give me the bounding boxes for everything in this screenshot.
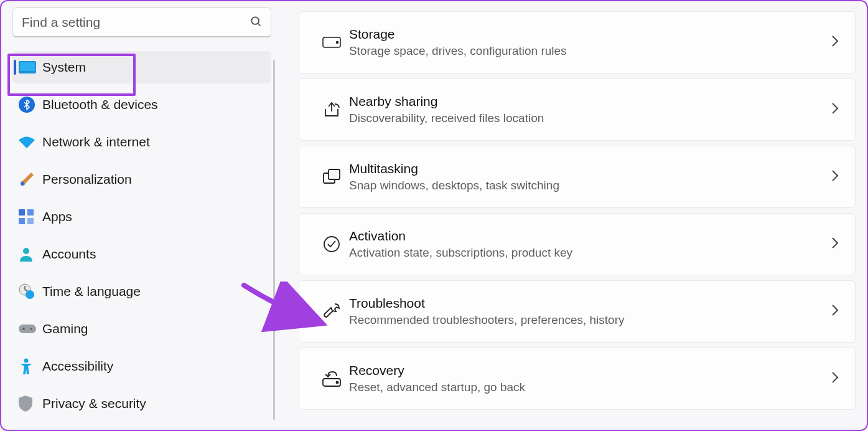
svg-rect-3 (20, 62, 35, 71)
multitask-icon (314, 168, 349, 186)
svg-point-11 (26, 290, 34, 299)
card-subtitle: Snap windows, desktops, task switching (349, 178, 831, 194)
chevron-right-icon (831, 371, 839, 386)
card-title: Storage (349, 26, 831, 43)
svg-rect-19 (329, 169, 340, 179)
svg-line-1 (258, 23, 261, 26)
brush-icon (19, 171, 42, 187)
card-subtitle: Recommended troubleshooters, preferences… (349, 312, 831, 328)
sidebar-item-network[interactable]: Network & internet (12, 126, 271, 158)
svg-point-15 (24, 359, 29, 363)
search-input[interactable] (22, 15, 250, 30)
sidebar-item-personalization[interactable]: Personalization (12, 163, 271, 196)
sidebar-item-accounts[interactable]: Accounts (12, 238, 271, 270)
chevron-right-icon (831, 304, 839, 319)
shield-icon (19, 395, 42, 412)
card-activation[interactable]: Activation Activation state, subscriptio… (299, 213, 856, 275)
card-title: Activation (349, 227, 831, 245)
sidebar-item-bluetooth[interactable]: Bluetooth & devices (12, 88, 271, 121)
apps-icon (19, 209, 42, 224)
card-storage[interactable]: Storage Storage space, drives, configura… (299, 11, 856, 73)
svg-rect-12 (19, 324, 36, 333)
chevron-right-icon (831, 169, 839, 184)
svg-point-20 (324, 237, 339, 252)
svg-point-22 (337, 381, 338, 383)
card-title: Multitasking (349, 160, 831, 178)
recovery-icon (314, 370, 349, 387)
card-multitasking[interactable]: Multitasking Snap windows, desktops, tas… (299, 146, 856, 208)
svg-rect-7 (19, 218, 25, 224)
card-recovery[interactable]: Recovery Reset, advanced startup, go bac… (299, 348, 856, 410)
storage-icon (314, 37, 349, 48)
svg-point-13 (22, 328, 25, 330)
svg-point-0 (251, 17, 259, 24)
card-nearby-sharing[interactable]: Nearby sharing Discoverability, received… (299, 78, 856, 141)
sidebar-item-label: Privacy & security (42, 396, 146, 411)
card-title: Recovery (349, 362, 831, 379)
sidebar-item-time-language[interactable]: Time & language (12, 275, 271, 308)
gamepad-icon (19, 323, 42, 334)
sidebar-item-accessibility[interactable]: Accessibility (12, 350, 271, 382)
clock-globe-icon (19, 283, 42, 300)
sidebar-item-label: Bluetooth & devices (42, 97, 158, 112)
activation-icon (314, 235, 349, 253)
system-icon (19, 61, 42, 73)
sidebar-item-label: System (42, 60, 86, 75)
sidebar-item-label: Accessibility (42, 359, 113, 374)
sidebar-item-label: Accounts (42, 247, 96, 262)
accessibility-icon (19, 358, 42, 374)
sidebar-item-label: Personalization (42, 172, 132, 187)
person-icon (19, 247, 42, 262)
svg-point-4 (21, 182, 24, 186)
bluetooth-icon (19, 97, 42, 113)
card-title: Nearby sharing (349, 93, 831, 110)
chevron-right-icon (831, 237, 839, 252)
sidebar-scrollbar[interactable] (273, 60, 275, 420)
svg-rect-5 (19, 209, 25, 215)
chevron-right-icon (831, 35, 839, 50)
svg-rect-6 (27, 209, 34, 215)
sidebar-item-system[interactable]: System (12, 51, 271, 83)
card-troubleshoot[interactable]: Troubleshoot Recommended troubleshooters… (299, 280, 856, 343)
sidebar-item-label: Gaming (42, 321, 88, 336)
content-area: Storage Storage space, drives, configura… (280, 1, 867, 430)
sidebar-item-label: Apps (42, 209, 72, 224)
search-box[interactable] (12, 7, 271, 37)
wifi-icon (19, 136, 42, 148)
share-icon (314, 101, 349, 118)
card-title: Troubleshoot (349, 295, 831, 312)
wrench-icon (314, 302, 349, 321)
sidebar-item-gaming[interactable]: Gaming (12, 313, 271, 345)
sidebar-item-label: Network & internet (42, 135, 150, 149)
svg-point-14 (30, 328, 32, 330)
chevron-right-icon (831, 102, 839, 117)
sidebar-item-label: Time & language (42, 284, 141, 299)
svg-point-17 (337, 41, 338, 43)
sidebar-item-privacy[interactable]: Privacy & security (12, 387, 271, 420)
card-subtitle: Activation state, subscriptions, product… (349, 245, 831, 261)
card-subtitle: Discoverability, received files location (349, 110, 831, 126)
card-subtitle: Storage space, drives, configuration rul… (349, 43, 831, 59)
nav-list: System Bluetooth & devices Network & int… (12, 51, 271, 420)
sidebar-item-apps[interactable]: Apps (12, 201, 271, 233)
svg-point-9 (23, 248, 29, 254)
card-subtitle: Reset, advanced startup, go back (349, 379, 831, 395)
svg-rect-8 (27, 218, 34, 224)
search-icon (250, 15, 262, 30)
sidebar: System Bluetooth & devices Network & int… (1, 1, 280, 430)
